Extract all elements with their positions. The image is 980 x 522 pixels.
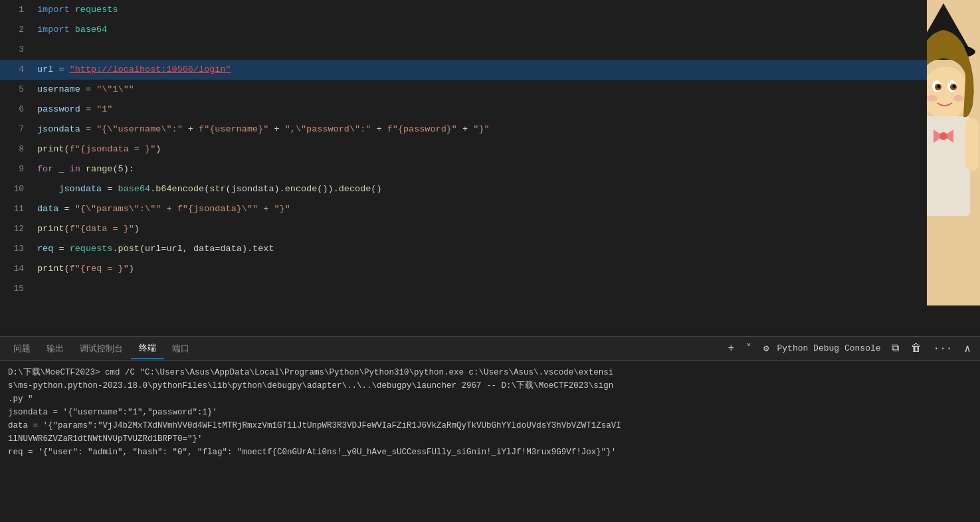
token-fn: str: [209, 184, 225, 194]
token-module: base64: [118, 184, 151, 194]
token-var: data: [37, 204, 58, 214]
token-plain: =: [53, 244, 69, 254]
token-str: "{\"params\":\"": [75, 204, 161, 214]
code-line-8: 8print(f"{jsondata = }"): [0, 139, 927, 159]
chevron-down-button[interactable]: ˅: [742, 341, 755, 357]
token-var: username: [37, 84, 80, 94]
svg-point-11: [953, 95, 964, 102]
line-number: 12: [0, 219, 32, 239]
token-str: "1": [96, 104, 112, 114]
token-plain: ()).: [317, 184, 338, 194]
python-debug-console-label: Python Debug Console: [777, 343, 881, 353]
panel-tab-调试控制台[interactable]: 调试控制台: [72, 339, 131, 359]
line-content: data = "{\"params\":\"" + f"{jsondata}\"…: [32, 199, 927, 219]
token-plain: +: [258, 204, 274, 214]
line-content: username = "\"1\"": [32, 80, 927, 100]
token-plain: (: [64, 144, 70, 154]
token-kw2: for: [37, 164, 53, 174]
code-line-3: 3: [0, 40, 927, 60]
terminal-line: 1lNUVWR6ZVZaR1dtNWtNVUpTVUZRd1BRPT0="}': [8, 432, 972, 446]
code-line-14: 14print(f"{req = }"): [0, 259, 927, 279]
panel-tab-端口[interactable]: 端口: [164, 339, 197, 359]
token-method: post: [118, 244, 140, 254]
split-panel-button[interactable]: ⧉: [888, 341, 903, 356]
token-kw: import: [37, 25, 70, 35]
line-content: print(f"{req = }"): [32, 259, 927, 279]
code-container[interactable]: 1import requests2import base6434url = "h…: [0, 0, 927, 336]
tab-items: 问题输出调试控制台终端端口: [5, 337, 197, 360]
line-number: 6: [0, 100, 32, 120]
token-plain: ): [155, 144, 161, 154]
line-number: 1: [0, 0, 32, 20]
terminal-line: data = '{"params":"VjJ4b2MxTXdNVmhVV0d4W…: [8, 419, 972, 432]
terminal-content[interactable]: D:\下载\MoeCTF2023> cmd /C "C:\Users\Asus\…: [0, 361, 980, 522]
more-button[interactable]: ···: [930, 341, 957, 356]
token-plain: (jsondata).: [226, 184, 285, 194]
token-var: req: [37, 244, 53, 254]
token-fn: print: [37, 144, 64, 154]
line-number: 2: [0, 20, 32, 40]
line-number: 13: [0, 239, 32, 259]
token-var: jsondata: [58, 184, 102, 194]
token-str: f"{password}": [387, 124, 457, 134]
code-line-9: 9for _ in range(5):: [0, 159, 927, 179]
trash-button[interactable]: 🗑: [907, 341, 926, 356]
token-str: "}": [473, 124, 489, 134]
svg-point-8: [937, 85, 941, 88]
token-str-red: "http://localhost:10566/login": [70, 64, 231, 74]
panel-actions: + ˅ ⚙ Python Debug Console ⧉ 🗑 ··· ∧: [724, 341, 975, 357]
code-line-1: 1import requests: [0, 0, 927, 20]
code-line-6: 6password = "1": [0, 100, 927, 120]
panel-tab-问题[interactable]: 问题: [5, 339, 39, 359]
token-plain: =: [80, 104, 96, 114]
panel-tab-输出[interactable]: 输出: [39, 339, 72, 359]
line-number: 3: [0, 40, 32, 60]
line-content: [32, 279, 927, 299]
add-button[interactable]: +: [724, 341, 738, 356]
token-str: f"{username}": [199, 124, 268, 134]
token-plain: [70, 5, 75, 15]
token-plain: +: [268, 124, 284, 134]
token-var: jsondata: [37, 124, 80, 134]
line-content: jsondata = "{\"username\":" + f"{usernam…: [32, 120, 927, 139]
panel-tab-终端[interactable]: 终端: [131, 338, 164, 359]
token-plain: +: [183, 124, 199, 134]
collapse-button[interactable]: ∧: [960, 341, 975, 357]
token-var: password: [37, 104, 80, 114]
line-content: password = "1": [32, 100, 927, 120]
token-plain: +: [371, 124, 387, 134]
line-number: 9: [0, 159, 32, 179]
line-content: import base64: [32, 20, 927, 40]
line-number: 14: [0, 259, 32, 279]
token-plain: (url=url, data=data).text: [140, 244, 274, 254]
token-plain: =: [80, 124, 96, 134]
token-plain: [37, 184, 58, 194]
line-content: import requests: [32, 0, 927, 20]
token-plain: (): [371, 184, 381, 194]
token-module: requests: [70, 244, 113, 254]
token-plain: [70, 25, 75, 35]
code-line-10: 10 jsondata = base64.b64encode(str(jsond…: [0, 179, 927, 199]
terminal-line: .py ": [8, 392, 972, 406]
token-plain: (: [64, 224, 70, 234]
token-plain: ): [129, 264, 134, 274]
token-fn: print: [37, 224, 64, 234]
token-kw2: in: [70, 164, 80, 174]
token-str: ",\"password\":": [285, 124, 371, 134]
token-kw: import: [37, 5, 70, 15]
line-content: print(f"{data = }"): [32, 219, 927, 239]
token-fn: print: [37, 264, 64, 274]
token-plain: +: [161, 204, 177, 214]
line-content: for _ in range(5):: [32, 159, 927, 179]
token-method: b64encode: [155, 184, 204, 194]
line-number: 7: [0, 120, 32, 139]
token-str: "{\"username\":": [96, 124, 183, 134]
svg-rect-12: [927, 116, 970, 216]
terminal-line: jsondata = '{"username":"1","password":1…: [8, 406, 972, 419]
code-line-5: 5username = "\"1\"": [0, 80, 927, 100]
code-lines: 1import requests2import base6434url = "h…: [0, 0, 927, 299]
sidebar-decoration: [927, 0, 980, 336]
line-number: 8: [0, 139, 32, 159]
token-str: f"{jsondata}\"": [177, 204, 258, 214]
token-module: base64: [75, 25, 108, 35]
